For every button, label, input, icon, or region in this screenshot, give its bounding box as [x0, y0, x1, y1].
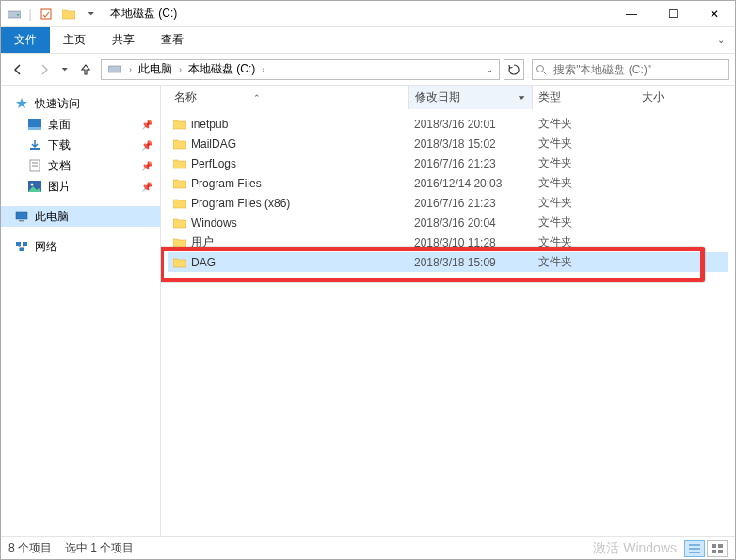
- ribbon-tab-home[interactable]: 主页: [50, 27, 99, 53]
- file-date: 2016/12/14 20:03: [408, 177, 533, 190]
- minimize-button[interactable]: —: [611, 1, 652, 27]
- sidebar-item-label: 网络: [35, 239, 57, 255]
- file-type: 文件夹: [533, 116, 636, 132]
- close-button[interactable]: ✕: [694, 1, 735, 27]
- svg-rect-15: [19, 220, 24, 222]
- sidebar-network[interactable]: 网络: [1, 236, 160, 257]
- pin-icon: 📌: [141, 182, 152, 192]
- qat-separator: |: [27, 5, 33, 24]
- details-view-button[interactable]: [684, 540, 705, 557]
- activation-watermark: 激活 Windows: [593, 540, 677, 557]
- file-type: 文件夹: [533, 195, 636, 211]
- svg-line-19: [19, 246, 23, 248]
- ribbon-tab-view[interactable]: 查看: [148, 27, 197, 53]
- table-row[interactable]: DAG2018/3/18 15:09文件夹: [168, 252, 728, 272]
- chevron-right-icon[interactable]: ›: [176, 65, 184, 74]
- table-row[interactable]: Program Files2016/12/14 20:03文件夹: [168, 173, 728, 193]
- sidebar-item-label: 桌面: [48, 117, 71, 133]
- address-bar[interactable]: › 此电脑 › 本地磁盘 (C:) › ⌄: [101, 59, 500, 80]
- back-button[interactable]: [7, 58, 29, 81]
- folder-icon: [172, 196, 187, 211]
- svg-rect-2: [41, 9, 51, 19]
- file-name: 用户: [191, 234, 214, 250]
- properties-icon[interactable]: [37, 5, 56, 24]
- svg-point-13: [31, 184, 34, 186]
- file-rows: inetpub2018/3/16 20:01文件夹MailDAG2018/3/1…: [161, 110, 735, 276]
- svg-rect-7: [28, 127, 41, 130]
- column-header-date[interactable]: 修改日期 ⏷: [408, 86, 533, 109]
- sidebar-quick-access[interactable]: 快速访问: [1, 93, 160, 114]
- column-header-size[interactable]: 大小: [636, 89, 728, 105]
- file-name: Windows: [191, 216, 237, 230]
- sidebar-item-label: 文档: [48, 158, 71, 174]
- table-row[interactable]: Windows2018/3/16 20:04文件夹: [168, 213, 728, 232]
- chevron-down-icon: ⏷: [518, 93, 526, 103]
- drive-icon: [5, 5, 24, 24]
- svg-rect-18: [20, 248, 24, 251]
- table-row[interactable]: PerfLogs2016/7/16 21:23文件夹: [168, 153, 728, 173]
- sidebar-desktop[interactable]: 桌面 📌: [1, 114, 160, 135]
- address-dropdown-icon[interactable]: ⌄: [482, 64, 497, 74]
- chevron-right-icon[interactable]: ›: [126, 65, 135, 74]
- file-date: 2016/7/16 21:23: [408, 197, 533, 210]
- sidebar-this-pc[interactable]: 此电脑: [1, 206, 160, 227]
- column-header-type[interactable]: 类型: [533, 89, 636, 105]
- sidebar-pictures[interactable]: 图片 📌: [1, 176, 160, 197]
- pin-icon: 📌: [141, 120, 152, 130]
- qat-dropdown-icon[interactable]: ⏷: [82, 5, 101, 24]
- selected-count: 选中 1 个项目: [65, 540, 134, 556]
- file-date: 2018/3/10 11:28: [408, 236, 533, 249]
- file-explorer-window: | ⏷ 本地磁盘 (C:) — ☐ ✕ 文件 主页 共享 查看 ⌄: [0, 0, 736, 560]
- table-row[interactable]: 用户2018/3/10 11:28文件夹: [168, 232, 728, 252]
- star-icon: [14, 96, 29, 111]
- refresh-button[interactable]: [504, 59, 524, 80]
- file-date: 2018/3/18 15:02: [408, 137, 533, 151]
- ribbon-expand-icon[interactable]: ⌄: [707, 27, 735, 53]
- column-header-name[interactable]: 名称 ⌃: [168, 89, 408, 105]
- sidebar-item-label: 此电脑: [35, 209, 69, 225]
- sort-indicator-icon: ⌃: [253, 93, 261, 103]
- svg-rect-1: [17, 14, 19, 16]
- svg-rect-6: [28, 119, 41, 127]
- search-input[interactable]: [550, 63, 728, 76]
- up-button[interactable]: [74, 58, 97, 81]
- maximize-button[interactable]: ☐: [652, 1, 694, 27]
- folder-qat-icon[interactable]: [59, 5, 78, 24]
- table-row[interactable]: Program Files (x86)2016/7/16 21:23文件夹: [168, 193, 728, 213]
- file-type: 文件夹: [533, 215, 636, 231]
- table-row[interactable]: MailDAG2018/3/18 15:02文件夹: [168, 134, 728, 153]
- ribbon-tab-share[interactable]: 共享: [99, 27, 148, 53]
- column-headers: 名称 ⌃ 修改日期 ⏷ 类型 大小: [161, 86, 735, 110]
- sidebar-downloads[interactable]: 下载 📌: [1, 135, 160, 155]
- sidebar-item-label: 快速访问: [35, 96, 80, 112]
- sidebar-documents[interactable]: 文档 📌: [1, 155, 160, 176]
- folder-icon: [172, 255, 187, 270]
- file-type: 文件夹: [533, 155, 636, 171]
- forward-button[interactable]: [33, 58, 56, 81]
- breadcrumb-root[interactable]: 此电脑: [135, 61, 176, 77]
- ribbon-tabs: 文件 主页 共享 查看 ⌄: [1, 27, 735, 54]
- file-type: 文件夹: [533, 254, 636, 270]
- svg-rect-26: [712, 550, 716, 553]
- file-date: 2018/3/16 20:04: [408, 216, 533, 230]
- svg-rect-25: [718, 544, 723, 548]
- folder-icon: [172, 235, 187, 250]
- computer-icon: [14, 209, 29, 224]
- table-row[interactable]: inetpub2018/3/16 20:01文件夹: [168, 114, 728, 134]
- ribbon-tab-file[interactable]: 文件: [1, 27, 50, 53]
- svg-rect-17: [23, 242, 27, 246]
- folder-icon: [172, 216, 187, 231]
- file-name: PerfLogs: [191, 157, 236, 170]
- file-type: 文件夹: [533, 234, 636, 250]
- breadcrumb-drive[interactable]: 本地磁盘 (C:): [184, 61, 259, 77]
- file-name: MailDAG: [191, 137, 236, 151]
- file-type: 文件夹: [533, 175, 636, 191]
- chevron-right-icon[interactable]: ›: [259, 65, 267, 74]
- pin-icon: 📌: [141, 161, 152, 171]
- folder-icon: [172, 156, 187, 171]
- thumbnails-view-button[interactable]: [707, 540, 728, 557]
- svg-rect-27: [718, 550, 723, 553]
- search-icon: [533, 64, 550, 75]
- search-box[interactable]: [532, 59, 729, 80]
- recent-dropdown-icon[interactable]: ⏷: [59, 58, 71, 81]
